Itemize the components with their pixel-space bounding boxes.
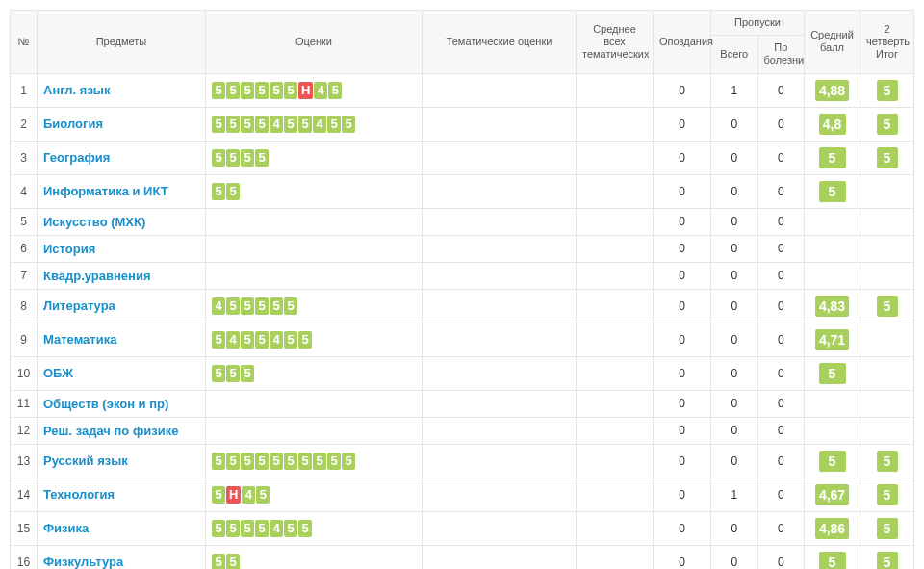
subject-link[interactable]: История (43, 242, 95, 256)
absence-sick-cell: 0 (757, 444, 805, 478)
avg-thematic-cell (577, 444, 654, 478)
quarter2-cell (860, 208, 914, 235)
subject-link[interactable]: Технология (43, 487, 115, 502)
thematic-cell (423, 478, 577, 511)
grade-mark: 4 (226, 331, 240, 349)
grade-mark: 5 (226, 554, 240, 569)
subject-link[interactable]: Математика (43, 332, 116, 347)
absence-sick-cell: 0 (757, 174, 805, 208)
absence-total-cell: 0 (711, 511, 758, 545)
grade-mark: 4 (270, 520, 283, 537)
avg-cell: 4,67 (805, 478, 860, 511)
absence-sick-cell: 0 (757, 208, 805, 235)
subject-link[interactable]: Физкультура (43, 555, 123, 569)
avg-thematic-cell (577, 390, 654, 417)
header-absence-sick: По болезни (757, 36, 805, 73)
grade-mark: 5 (212, 149, 225, 167)
subject-link[interactable]: География (43, 150, 110, 165)
grade-mark: 5 (241, 453, 254, 470)
grade-mark: 5 (212, 486, 225, 504)
thematic-cell (423, 141, 577, 174)
subject-link[interactable]: Биология (43, 116, 103, 131)
avg-cell: 4,8 (805, 107, 860, 141)
avg-badge: 4,8 (819, 114, 846, 135)
grades-cell: 5555455455 (206, 107, 423, 141)
grade-mark: 5 (313, 453, 326, 470)
grade-mark: 5 (212, 520, 225, 537)
table-row: 11Обществ (экон и пр)000 (11, 390, 914, 417)
grades-cell (206, 208, 423, 235)
grade-mark: 4 (212, 297, 225, 315)
grade-mark: 5 (284, 520, 297, 537)
absence-total-cell: 0 (711, 390, 758, 417)
absence-total-cell: 0 (711, 208, 758, 235)
avg-thematic-cell (577, 107, 654, 141)
quarter2-cell (860, 390, 914, 417)
subject-link[interactable]: Реш. задач по физике (43, 424, 178, 438)
grade-mark: 5 (212, 82, 225, 99)
avg-cell: 4,88 (805, 73, 860, 107)
absence-total-cell: 0 (711, 545, 758, 569)
subject-link[interactable]: Информатика и ИКТ (43, 184, 168, 198)
subject-link[interactable]: Обществ (экон и пр) (43, 397, 168, 411)
avg-badge: 5 (819, 147, 846, 168)
avg-badge: 4,86 (815, 518, 849, 539)
absence-total-cell: 0 (711, 417, 758, 444)
grade-mark: 5 (212, 183, 225, 200)
grade-mark: 5 (298, 116, 312, 133)
absence-sick-cell: 0 (757, 235, 805, 262)
absence-sick-cell: 0 (757, 511, 805, 545)
grades-cell (206, 262, 423, 289)
avg-thematic-cell (577, 417, 654, 444)
absence-total-cell: 0 (711, 444, 758, 478)
quarter2-cell (860, 174, 914, 208)
grades-cell: 5555555555 (206, 444, 423, 478)
table-row: 3География555500055 (11, 141, 914, 174)
absence-total-cell: 0 (711, 174, 758, 208)
late-cell: 0 (654, 208, 711, 235)
thematic-cell (423, 545, 577, 569)
avg-thematic-cell (577, 208, 654, 235)
row-number: 10 (11, 356, 38, 390)
grade-mark: 5 (241, 116, 254, 133)
late-cell: 0 (654, 141, 711, 174)
subject-link[interactable]: Искусство (МХК) (43, 215, 145, 229)
quarter2-badge: 5 (877, 518, 898, 539)
avg-cell: 5 (805, 174, 860, 208)
grade-mark: 4 (242, 486, 255, 504)
avg-thematic-cell (577, 511, 654, 545)
header-thematic: Тематические оценки (423, 11, 577, 74)
subject-link[interactable]: Физика (43, 521, 89, 535)
late-cell: 0 (654, 323, 711, 356)
avg-badge: 5 (819, 181, 846, 202)
subject-link[interactable]: ОБЖ (43, 366, 73, 380)
grade-mark: 5 (284, 453, 297, 470)
grade-mark: 5 (212, 554, 225, 569)
absence-total-cell: 0 (711, 262, 758, 289)
absence-total-cell: 0 (711, 141, 758, 174)
quarter2-badge: 5 (877, 552, 898, 569)
avg-thematic-cell (577, 174, 654, 208)
avg-cell: 5 (805, 545, 860, 569)
late-cell: 0 (654, 73, 711, 107)
grade-mark: 5 (255, 520, 269, 537)
grades-cell: 555555Н45 (206, 73, 423, 107)
grade-mark: 5 (226, 520, 240, 537)
grade-mark: 5 (241, 149, 254, 167)
row-number: 7 (11, 262, 38, 289)
grade-mark: 5 (255, 82, 269, 99)
table-row: 13Русский язык555555555500055 (11, 444, 914, 478)
late-cell: 0 (654, 444, 711, 478)
absence-mark: Н (298, 82, 313, 99)
subject-link[interactable]: Квадр.уравнения (43, 269, 151, 283)
subject-link[interactable]: Англ. язык (43, 83, 110, 97)
thematic-cell (423, 289, 577, 323)
grade-mark: 5 (327, 453, 341, 470)
late-cell: 0 (654, 511, 711, 545)
avg-cell: 5 (805, 356, 860, 390)
subject-link[interactable]: Русский язык (43, 453, 128, 468)
subject-link[interactable]: Литература (43, 298, 116, 313)
avg-cell (805, 235, 860, 262)
thematic-cell (423, 511, 577, 545)
avg-thematic-cell (577, 73, 654, 107)
